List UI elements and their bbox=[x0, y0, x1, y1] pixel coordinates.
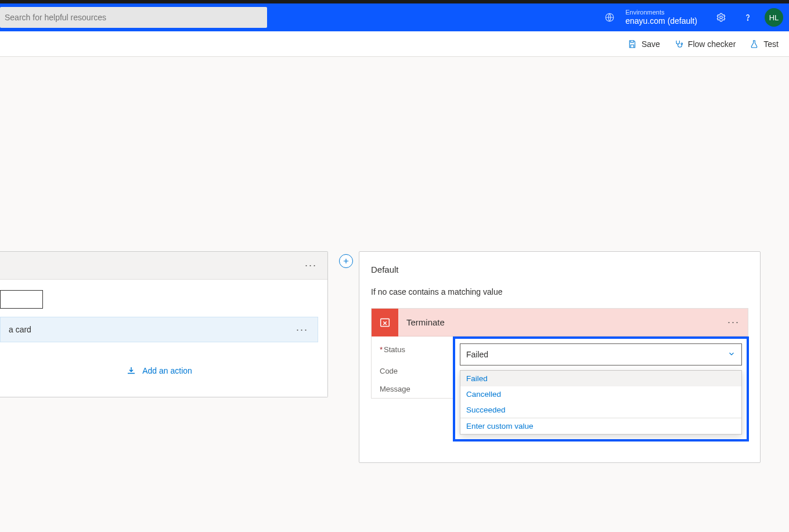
flask-icon bbox=[750, 39, 759, 49]
test-label: Test bbox=[763, 39, 779, 49]
help-icon[interactable] bbox=[734, 3, 761, 31]
default-case-card: Default If no case contains a matching v… bbox=[359, 251, 761, 463]
status-dropdown-value: Failed bbox=[466, 350, 488, 359]
terminate-action-card: Terminate ··· *Status Code Message Faile… bbox=[371, 308, 748, 399]
status-option-failed[interactable]: Failed bbox=[460, 371, 741, 386]
code-field-label: Code bbox=[380, 367, 459, 375]
add-branch-button[interactable] bbox=[339, 254, 353, 268]
settings-icon[interactable] bbox=[708, 3, 734, 31]
svg-point-2 bbox=[747, 20, 748, 20]
environment-label: Environments bbox=[625, 9, 697, 16]
terminate-icon bbox=[372, 309, 398, 336]
add-action-label: Add an action bbox=[142, 366, 192, 375]
app-header: Environments enayu.com (default) HL bbox=[0, 3, 789, 31]
terminate-action-title: Terminate bbox=[398, 317, 726, 327]
default-case-subtitle: If no case contains a matching value bbox=[371, 287, 748, 296]
flow-checker-button[interactable]: Flow checker bbox=[674, 39, 736, 49]
status-option-cancelled[interactable]: Cancelled bbox=[460, 386, 741, 402]
search-wrap[interactable] bbox=[0, 7, 267, 28]
terminate-action-header[interactable]: Terminate ··· bbox=[372, 309, 748, 336]
status-option-succeeded[interactable]: Succeeded bbox=[460, 402, 741, 418]
flow-checker-label: Flow checker bbox=[688, 39, 736, 49]
status-dropdown[interactable]: Failed Failed Cancelled Succeeded Enter … bbox=[453, 336, 749, 441]
test-button[interactable]: Test bbox=[750, 39, 779, 49]
command-bar: Save Flow checker Test bbox=[0, 31, 789, 57]
environment-value: enayu.com (default) bbox=[625, 16, 697, 26]
svg-point-3 bbox=[681, 43, 683, 45]
more-icon[interactable]: ··· bbox=[726, 314, 748, 331]
user-avatar[interactable]: HL bbox=[765, 8, 783, 27]
stethoscope-icon bbox=[674, 39, 683, 49]
case-card-header[interactable]: ··· bbox=[0, 252, 327, 280]
svg-point-1 bbox=[720, 16, 723, 19]
message-field-label: Message bbox=[380, 385, 459, 393]
save-button[interactable]: Save bbox=[628, 39, 660, 49]
more-icon[interactable]: ··· bbox=[295, 321, 309, 338]
environment-picker[interactable]: Environments enayu.com (default) bbox=[623, 9, 708, 26]
status-dropdown-list: Failed Cancelled Succeeded Enter custom … bbox=[460, 370, 742, 435]
teams-action-label: a card bbox=[9, 325, 295, 334]
chevron-down-icon bbox=[727, 350, 736, 360]
status-dropdown-selected[interactable]: Failed bbox=[460, 343, 742, 365]
search-input[interactable] bbox=[5, 13, 262, 22]
status-field-label: *Status bbox=[380, 345, 459, 354]
default-case-title: Default bbox=[371, 265, 748, 274]
add-action-button[interactable]: Add an action bbox=[0, 342, 318, 393]
more-icon[interactable]: ··· bbox=[304, 257, 318, 274]
status-option-custom[interactable]: Enter custom value bbox=[460, 418, 741, 434]
save-icon bbox=[628, 39, 637, 49]
flow-canvas[interactable]: ··· a card ··· Add an action Default If … bbox=[0, 57, 789, 532]
case-value-input[interactable] bbox=[0, 290, 43, 309]
teams-action-row[interactable]: a card ··· bbox=[0, 317, 318, 342]
case-card: ··· a card ··· Add an action bbox=[0, 251, 328, 397]
insert-step-icon bbox=[126, 365, 136, 376]
save-label: Save bbox=[642, 39, 660, 49]
environment-icon[interactable] bbox=[596, 3, 623, 31]
